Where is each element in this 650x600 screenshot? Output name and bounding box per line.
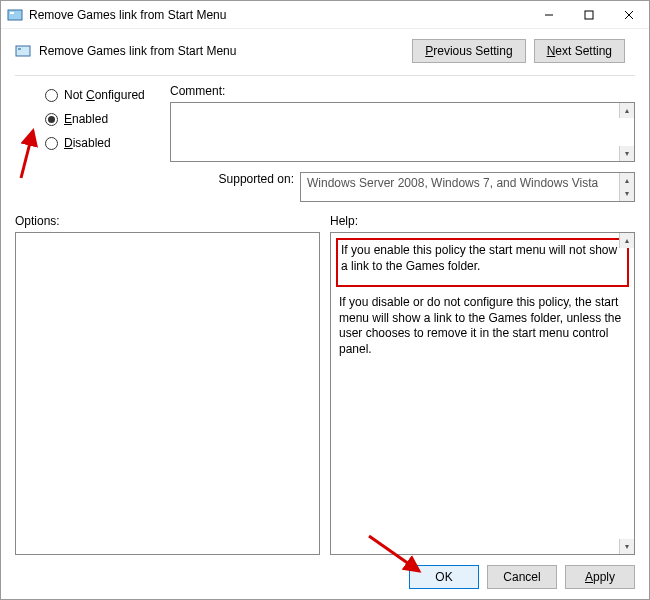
comment-input[interactable]: ▴ ▾: [170, 102, 635, 162]
help-box: If you enable this policy the start menu…: [330, 232, 635, 555]
supported-row: Supported on: Windows Server 2008, Windo…: [170, 172, 635, 202]
ok-button[interactable]: OK: [409, 565, 479, 589]
scroll-down-icon[interactable]: ▾: [619, 146, 634, 161]
window-title: Remove Games link from Start Menu: [29, 8, 529, 22]
cancel-button[interactable]: Cancel: [487, 565, 557, 589]
radio-disabled[interactable]: Disabled: [45, 136, 165, 150]
apply-button[interactable]: Apply: [565, 565, 635, 589]
app-icon: [7, 7, 23, 23]
state-radio-group: Not Configured Enabled Disabled: [15, 78, 165, 160]
header-row: Remove Games link from Start Menu Previo…: [1, 29, 649, 73]
settings-area: Not Configured Enabled Disabled Comment:…: [1, 76, 649, 202]
scroll-down-icon[interactable]: ▾: [619, 186, 634, 201]
details-column: Comment: ▴ ▾ Supported on: Windows Serve…: [170, 78, 635, 202]
comment-label: Comment:: [170, 84, 635, 98]
maximize-button[interactable]: [569, 1, 609, 29]
comment-row: Comment: ▴ ▾: [170, 84, 635, 162]
help-text-disabled: If you disable or do not configure this …: [339, 295, 626, 357]
scroll-down-icon[interactable]: ▾: [619, 539, 634, 554]
help-highlight: If you enable this policy the start menu…: [336, 238, 629, 287]
nav-buttons: Previous Setting Next Setting: [412, 39, 635, 63]
svg-rect-6: [16, 46, 30, 56]
previous-setting-button[interactable]: Previous Setting: [412, 39, 525, 63]
minimize-button[interactable]: [529, 1, 569, 29]
radio-not-configured[interactable]: Not Configured: [45, 88, 165, 102]
svg-rect-3: [585, 11, 593, 19]
policy-icon: [15, 43, 31, 59]
svg-rect-0: [8, 10, 22, 20]
radio-icon: [45, 137, 58, 150]
options-box: [15, 232, 320, 555]
svg-rect-1: [10, 12, 14, 14]
radio-icon: [45, 89, 58, 102]
radio-icon: [45, 113, 58, 126]
state-column: Not Configured Enabled Disabled: [15, 78, 170, 202]
options-column: Options:: [15, 214, 320, 555]
header-label: Remove Games link from Start Menu: [39, 44, 412, 58]
svg-rect-7: [18, 48, 21, 50]
dialog-footer: OK Cancel Apply: [1, 555, 649, 599]
next-setting-button[interactable]: Next Setting: [534, 39, 625, 63]
supported-on-label: Supported on:: [170, 172, 294, 186]
scroll-up-icon[interactable]: ▴: [619, 103, 634, 118]
scroll-up-icon[interactable]: ▴: [619, 233, 634, 248]
close-button[interactable]: [609, 1, 649, 29]
help-text-enabled: If you enable this policy the start menu…: [341, 243, 624, 274]
radio-enabled[interactable]: Enabled: [45, 112, 165, 126]
options-label: Options:: [15, 214, 320, 228]
help-label: Help:: [330, 214, 635, 228]
help-column: Help: If you enable this policy the star…: [330, 214, 635, 555]
dialog-window: Remove Games link from Start Menu Remove…: [0, 0, 650, 600]
lower-panels: Options: Help: If you enable this policy…: [1, 202, 649, 555]
title-bar: Remove Games link from Start Menu: [1, 1, 649, 29]
supported-on-value: Windows Server 2008, Windows 7, and Wind…: [300, 172, 635, 202]
